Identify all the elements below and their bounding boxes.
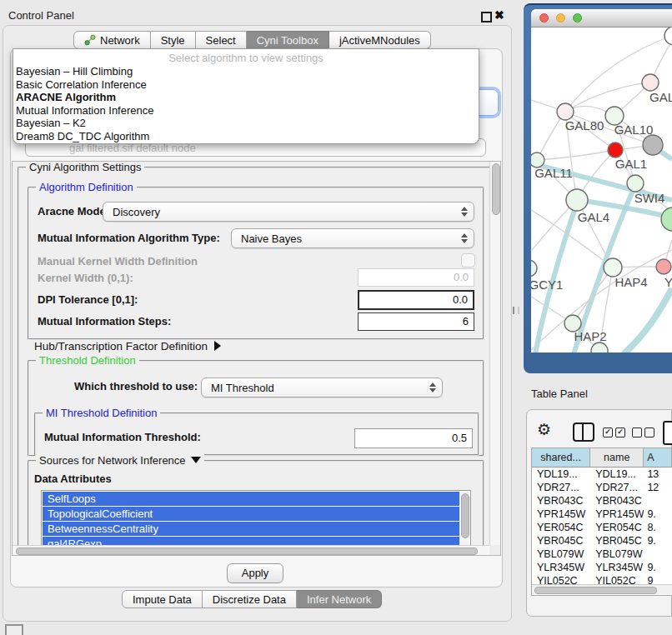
mi-threshold-definition-group: MI Threshold Definition Mutual Informati… [34, 412, 479, 456]
column-layout-icon[interactable] [573, 422, 594, 442]
gear-icon[interactable]: ⚙ [537, 420, 551, 439]
node-label: HAP4 [614, 275, 647, 289]
tab-jactivemnodules[interactable]: jActiveMNodules [329, 31, 431, 49]
which-threshold-combo[interactable]: MI Threshold [201, 378, 443, 398]
node-gal80[interactable] [557, 103, 574, 120]
column-header-shared-name[interactable]: shared... [532, 448, 590, 467]
list-scrollbar[interactable] [459, 492, 469, 545]
node-green[interactable] [661, 208, 672, 231]
dropdown-item[interactable]: Dream8 DC_TDC Algorithm [13, 130, 479, 143]
new-table-icon[interactable] [663, 421, 672, 445]
network-nodes [531, 28, 672, 352]
tab-style[interactable]: Style [151, 31, 196, 49]
tab-cyni-toolbox[interactable]: Cyni Toolbox [247, 31, 329, 49]
dropdown-item[interactable]: Basic Correlation Inference [13, 78, 479, 92]
settings-vertical-scrollbar[interactable] [489, 162, 500, 545]
minimized-panel-icon[interactable] [5, 624, 23, 635]
list-item[interactable]: SelfLoops [43, 492, 460, 506]
sources-group: Sources for Network Inference Data Attri… [28, 460, 484, 545]
table-row[interactable]: YBR043CYBR043C [532, 494, 672, 508]
node[interactable] [591, 342, 608, 352]
node-label: HAP2 [574, 329, 606, 343]
deselect-all-columns-icon[interactable] [632, 428, 654, 438]
node-hap4[interactable] [604, 258, 622, 277]
column-header-partial[interactable]: A [644, 448, 672, 467]
algorithm-dropdown-popup: Select algorithm to view settings Bayesi… [13, 48, 479, 144]
combo-arrows-icon [429, 382, 436, 392]
dpi-tolerance-field[interactable]: 0.0 [358, 290, 474, 310]
network-node-labels: GAL GAL80 GAL10 GAL1 GAL11 SWI4 GAL4 HAP… [531, 90, 672, 343]
table-row[interactable]: YDR27...YDR27...12 [532, 481, 672, 494]
float-panel-icon[interactable] [481, 12, 492, 22]
mi-threshold-field[interactable]: 0.5 [354, 428, 473, 448]
apply-button[interactable]: Apply [227, 563, 283, 583]
column-header-name[interactable]: name [590, 448, 644, 467]
node-gal1[interactable] [608, 142, 623, 158]
network-canvas[interactable]: GAL GAL80 GAL10 GAL1 GAL11 SWI4 GAL4 HAP… [531, 28, 672, 352]
data-attributes-list[interactable]: SelfLoops TopologicalCoefficient Between… [41, 490, 471, 545]
node-swi4[interactable] [627, 175, 644, 192]
aracne-mode-combo[interactable]: Discovery [103, 202, 474, 222]
tab-discretize-data[interactable]: Discretize Data [203, 590, 297, 608]
node-table: shared... name A YDL19...YDL19...13 YDR2… [531, 448, 672, 596]
tab-label: Network [100, 34, 140, 47]
node-label: GAL80 [565, 118, 604, 132]
node-gcy1[interactable] [531, 260, 537, 277]
node-gray[interactable] [643, 135, 663, 155]
mi-algorithm-type-label: Mutual Information Algorithm Type: [38, 232, 220, 244]
group-title: Cyni Algorithm Settings [26, 162, 144, 173]
list-item[interactable]: gal4RGexp [43, 537, 460, 545]
close-icon[interactable]: ✖ [494, 8, 504, 22]
expander-collapsed-icon [214, 341, 221, 351]
tab-infer-network[interactable]: Infer Network [297, 590, 382, 608]
tab-impute-data[interactable]: Impute Data [122, 590, 203, 608]
mi-algorithm-type-combo[interactable]: Naive Bayes [231, 228, 474, 248]
control-panel-tabbar: Network Style Select Cyni Toolbox jActiv… [73, 31, 431, 49]
splitter-grip[interactable] [513, 307, 519, 314]
minimize-traffic-light-icon[interactable] [556, 13, 565, 22]
close-traffic-light-icon[interactable] [539, 13, 549, 22]
settings-horizontal-scrollbar[interactable] [13, 545, 489, 555]
dropdown-item[interactable]: Mutual Information Inference [13, 104, 479, 118]
kernel-width-field[interactable]: 0.0 [358, 268, 474, 287]
table-row[interactable]: YER054CYER054C8. [532, 521, 672, 534]
tab-network[interactable]: Network [73, 31, 151, 49]
dropdown-placeholder: Select algorithm to view settings [13, 49, 479, 65]
select-all-columns-icon[interactable]: ✓✓ [603, 428, 625, 438]
node-label: GAL4 [578, 210, 609, 224]
node-gal[interactable] [642, 74, 659, 91]
network-view-window[interactable]: GAL GAL80 GAL10 GAL1 GAL11 SWI4 GAL4 HAP… [531, 9, 672, 352]
node-pink[interactable] [656, 259, 671, 274]
table-panel-title: Table Panel [531, 388, 588, 400]
node-label: GCY1 [531, 278, 563, 292]
sources-expander[interactable]: Sources for Network Inference [36, 454, 204, 467]
table-row[interactable]: YDL19...YDL19...13 [532, 468, 672, 481]
hub-definition-expander[interactable]: Hub/Transcription Factor Definition [34, 340, 221, 352]
group-title: Threshold Definition [36, 354, 139, 367]
tab-select[interactable]: Select [196, 31, 247, 49]
table-row[interactable]: YPR145WYPR145W9. [532, 508, 672, 521]
mi-threshold-label: Mutual Information Threshold: [44, 431, 201, 443]
mi-steps-field[interactable]: 6 [358, 312, 474, 331]
list-item[interactable]: TopologicalCoefficient [43, 507, 460, 521]
node-gal4[interactable] [566, 189, 588, 211]
dropdown-item[interactable]: Bayesian – Hill Climbing [13, 65, 479, 78]
node-label: GAL [649, 90, 672, 104]
table-header: shared... name A [532, 448, 672, 468]
scrollbar-corner [489, 545, 500, 555]
dropdown-item-selected[interactable]: ARACNE Algorithm [13, 91, 479, 104]
list-item[interactable]: BetweennessCentrality [43, 522, 460, 536]
table-row[interactable]: YBL079WYBL079W [532, 548, 672, 561]
node[interactable] [664, 28, 672, 45]
table-row[interactable]: YBR045CYBR045C9. [532, 534, 672, 548]
node-label: GAL10 [614, 122, 654, 137]
table-horizontal-scrollbar[interactable] [532, 584, 672, 594]
manual-kernel-width-checkbox[interactable] [461, 253, 475, 268]
zoom-traffic-light-icon[interactable] [573, 13, 582, 22]
algorithm-definition-group: Algorithm Definition Aracne Mode: Discov… [28, 187, 484, 340]
table-row[interactable]: YLR345WYLR345W9. [532, 561, 672, 574]
dropdown-item[interactable]: Bayesian – K2 [13, 117, 479, 130]
network-window-titlebar[interactable] [531, 9, 672, 28]
cyni-settings-scrollpane: Cyni Algorithm Settings Algorithm Defini… [12, 161, 501, 556]
combo-arrows-icon [461, 233, 468, 243]
